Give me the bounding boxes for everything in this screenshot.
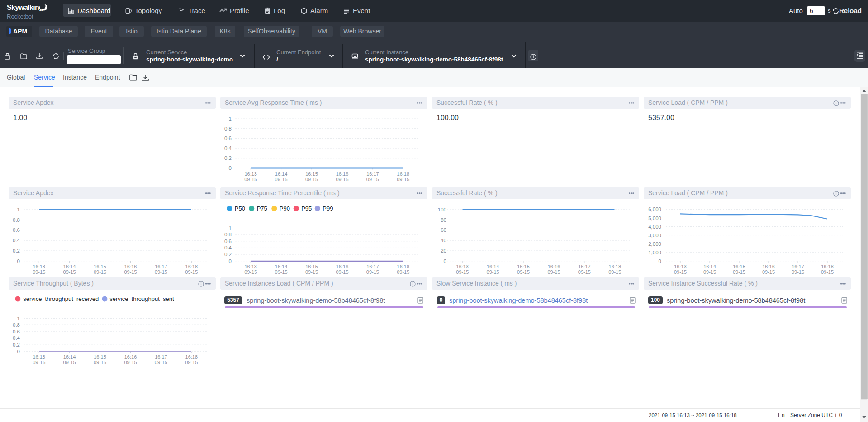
svg-text:16:18: 16:18 xyxy=(609,264,621,269)
svg-text:0.2: 0.2 xyxy=(224,252,232,257)
svg-text:0: 0 xyxy=(17,258,20,264)
svg-text:20: 20 xyxy=(441,248,446,253)
svg-text:09-15: 09-15 xyxy=(397,269,409,275)
svg-text:16:14: 16:14 xyxy=(275,171,288,177)
svg-text:09-15: 09-15 xyxy=(336,177,348,182)
svg-text:16:17: 16:17 xyxy=(366,171,379,177)
svg-text:16:15: 16:15 xyxy=(94,264,106,269)
svg-text:16:13: 16:13 xyxy=(244,264,257,269)
svg-text:5,000: 5,000 xyxy=(648,216,661,221)
svg-text:16:16: 16:16 xyxy=(336,171,349,177)
svg-text:0.6: 0.6 xyxy=(13,329,20,334)
svg-text:09-15: 09-15 xyxy=(155,269,167,275)
svg-text:0: 0 xyxy=(229,165,232,171)
svg-text:09-15: 09-15 xyxy=(456,269,469,275)
svg-text:09-15: 09-15 xyxy=(33,269,45,275)
svg-text:60: 60 xyxy=(441,227,446,233)
svg-text:0.8: 0.8 xyxy=(13,322,20,328)
svg-text:16:17: 16:17 xyxy=(155,264,167,269)
svg-text:1,000: 1,000 xyxy=(648,250,661,255)
svg-text:16:14: 16:14 xyxy=(487,264,499,269)
svg-text:16:16: 16:16 xyxy=(762,264,775,269)
svg-text:09-15: 09-15 xyxy=(94,360,106,365)
svg-text:09-15: 09-15 xyxy=(244,269,257,275)
svg-text:16:17: 16:17 xyxy=(155,354,167,360)
svg-text:16:17: 16:17 xyxy=(366,264,379,269)
svg-text:0.6: 0.6 xyxy=(224,239,232,244)
svg-text:0.8: 0.8 xyxy=(13,217,20,223)
svg-text:0.8: 0.8 xyxy=(224,232,232,237)
svg-text:0.2: 0.2 xyxy=(13,342,20,347)
svg-text:2,000: 2,000 xyxy=(648,241,661,247)
svg-text:09-15: 09-15 xyxy=(305,177,318,182)
svg-text:16:16: 16:16 xyxy=(548,264,560,269)
svg-text:16:15: 16:15 xyxy=(305,264,318,269)
svg-text:16:18: 16:18 xyxy=(185,264,198,269)
svg-text:4,000: 4,000 xyxy=(648,224,661,230)
svg-text:0: 0 xyxy=(659,258,661,264)
svg-text:09-15: 09-15 xyxy=(185,360,198,365)
svg-text:09-15: 09-15 xyxy=(821,269,834,275)
svg-text:09-15: 09-15 xyxy=(547,269,560,275)
svg-text:16:13: 16:13 xyxy=(674,264,687,269)
svg-text:16:14: 16:14 xyxy=(275,264,288,269)
svg-text:16:14: 16:14 xyxy=(703,264,716,269)
svg-text:1: 1 xyxy=(229,225,232,231)
svg-text:09-15: 09-15 xyxy=(185,269,198,275)
svg-text:1: 1 xyxy=(17,207,20,212)
svg-text:1: 1 xyxy=(17,316,20,321)
svg-text:09-15: 09-15 xyxy=(305,269,318,275)
svg-text:09-15: 09-15 xyxy=(674,269,687,275)
svg-text:0.8: 0.8 xyxy=(224,126,232,131)
svg-text:6,000: 6,000 xyxy=(648,206,661,212)
svg-text:09-15: 09-15 xyxy=(63,269,76,275)
svg-text:16:13: 16:13 xyxy=(244,171,257,177)
svg-text:0: 0 xyxy=(17,349,20,354)
svg-text:80: 80 xyxy=(441,217,446,223)
svg-text:16:18: 16:18 xyxy=(185,354,198,360)
svg-text:0.2: 0.2 xyxy=(13,248,20,253)
svg-text:09-15: 09-15 xyxy=(155,360,167,365)
svg-text:0: 0 xyxy=(444,258,446,264)
svg-text:09-15: 09-15 xyxy=(63,360,76,365)
svg-text:16:16: 16:16 xyxy=(336,264,349,269)
svg-text:16:13: 16:13 xyxy=(33,264,45,269)
svg-text:09-15: 09-15 xyxy=(397,177,409,182)
svg-text:09-15: 09-15 xyxy=(792,269,804,275)
svg-text:09-15: 09-15 xyxy=(608,269,621,275)
svg-text:09-15: 09-15 xyxy=(703,269,716,275)
svg-text:16:14: 16:14 xyxy=(63,264,76,269)
svg-text:1: 1 xyxy=(229,116,232,122)
svg-text:16:18: 16:18 xyxy=(397,171,410,177)
svg-text:09-15: 09-15 xyxy=(517,269,530,275)
svg-text:09-15: 09-15 xyxy=(366,177,379,182)
svg-text:16:15: 16:15 xyxy=(305,171,318,177)
svg-text:16:13: 16:13 xyxy=(33,354,45,360)
svg-text:09-15: 09-15 xyxy=(33,360,45,365)
svg-text:16:17: 16:17 xyxy=(578,264,591,269)
svg-text:16:14: 16:14 xyxy=(63,354,76,360)
svg-text:16:15: 16:15 xyxy=(94,354,106,360)
svg-text:0.6: 0.6 xyxy=(224,136,232,141)
svg-text:09-15: 09-15 xyxy=(762,269,775,275)
svg-text:16:16: 16:16 xyxy=(124,354,137,360)
svg-text:09-15: 09-15 xyxy=(733,269,745,275)
svg-text:100: 100 xyxy=(438,207,446,212)
svg-text:40: 40 xyxy=(441,238,446,243)
svg-text:09-15: 09-15 xyxy=(244,177,257,182)
svg-text:0: 0 xyxy=(229,258,232,264)
svg-text:09-15: 09-15 xyxy=(366,269,379,275)
svg-text:16:18: 16:18 xyxy=(397,264,410,269)
svg-text:0.4: 0.4 xyxy=(224,145,232,151)
svg-text:09-15: 09-15 xyxy=(124,360,137,365)
svg-text:16:16: 16:16 xyxy=(124,264,137,269)
svg-text:16:15: 16:15 xyxy=(517,264,530,269)
svg-text:16:15: 16:15 xyxy=(733,264,745,269)
svg-text:09-15: 09-15 xyxy=(336,269,348,275)
svg-text:0.4: 0.4 xyxy=(13,335,20,341)
svg-text:09-15: 09-15 xyxy=(94,269,106,275)
svg-text:16:13: 16:13 xyxy=(456,264,469,269)
svg-text:0.6: 0.6 xyxy=(13,227,20,233)
svg-text:16:18: 16:18 xyxy=(821,264,834,269)
svg-text:09-15: 09-15 xyxy=(487,269,499,275)
